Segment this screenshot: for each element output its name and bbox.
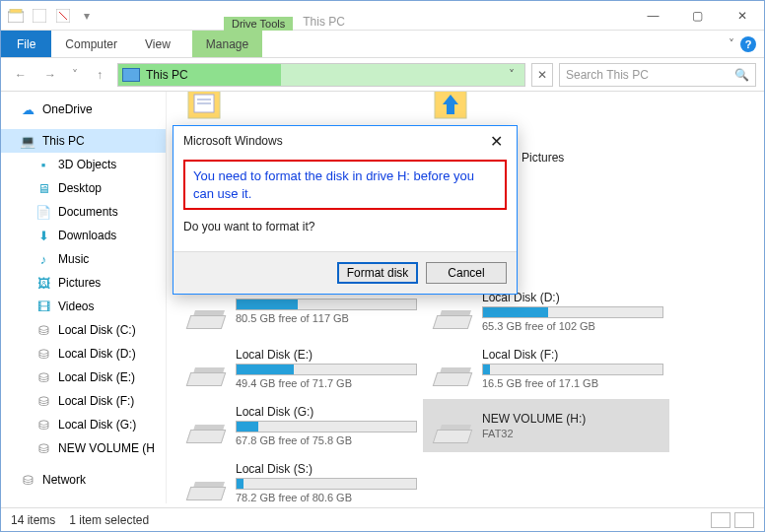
qat-dropdown-icon[interactable]: ▾ xyxy=(76,5,98,27)
sidebar-item-icon: ⛁ xyxy=(35,369,52,385)
sidebar-item-icon: ⛁ xyxy=(35,346,52,362)
sidebar-item-icon: 🖼 xyxy=(35,275,52,291)
drive-filesystem: FAT32 xyxy=(482,428,663,439)
svg-rect-0 xyxy=(8,12,24,23)
sidebar-item[interactable]: ☁OneDrive xyxy=(1,98,166,121)
folder-downloads[interactable]: Downloads xyxy=(423,92,669,125)
sidebar-item-icon: 🎞 xyxy=(35,299,52,314)
sidebar-item-icon: ⬇ xyxy=(35,228,52,243)
search-input[interactable] xyxy=(566,68,734,82)
sidebar-item-icon: ⛁ xyxy=(35,440,52,456)
sidebar-item-icon: 💻 xyxy=(19,133,36,149)
drive-item[interactable]: Local Disk (G:)67.8 GB free of 75.8 GB xyxy=(176,399,423,452)
sidebar-item-label: Local Disk (C:) xyxy=(58,323,136,337)
app-icon xyxy=(5,5,27,27)
contextual-tab-group: Drive Tools This PC xyxy=(220,1,355,31)
sidebar-item-label: This PC xyxy=(42,134,85,148)
format-disk-button[interactable]: Format disk xyxy=(337,262,418,284)
svg-rect-1 xyxy=(10,9,22,13)
details-view-button[interactable] xyxy=(711,512,730,528)
drive-name: Local Disk (F:) xyxy=(482,348,663,362)
sidebar-item[interactable]: ⛁Local Disk (G:) xyxy=(1,413,166,436)
drive-item[interactable]: Local Disk (F:)16.5 GB free of 17.1 GB xyxy=(423,342,669,395)
drive-item[interactable]: NEW VOLUME (H:)FAT32 xyxy=(423,399,669,452)
folder-documents[interactable]: Documents xyxy=(176,92,423,125)
sidebar-item[interactable]: ⛁Local Disk (F:) xyxy=(1,389,166,413)
sidebar-item-label: Pictures xyxy=(58,276,101,290)
drive-free-space: 49.4 GB free of 71.7 GB xyxy=(236,377,417,389)
file-tab[interactable]: File xyxy=(1,31,51,57)
navigation-pane: ☁OneDrive💻This PC▪3D Objects🖥Desktop📄Doc… xyxy=(1,92,167,503)
back-button[interactable]: ← xyxy=(9,63,33,87)
dialog-close-button[interactable]: ✕ xyxy=(486,132,507,151)
address-dropdown-icon[interactable]: ˅ xyxy=(503,68,521,82)
sidebar-item[interactable]: 📄Documents xyxy=(1,200,166,224)
help-icon[interactable]: ? xyxy=(740,36,756,52)
drive-free-space: 16.5 GB free of 17.1 GB xyxy=(482,377,663,389)
drive-usage-bar xyxy=(482,364,663,375)
format-dialog: Microsoft Windows ✕ You need to format t… xyxy=(173,125,518,295)
forward-button[interactable]: → xyxy=(38,63,62,87)
cancel-button[interactable]: Cancel xyxy=(426,262,507,284)
maximize-button[interactable]: ▢ xyxy=(675,1,720,31)
title-bar: ▾ Drive Tools This PC — ▢ ✕ xyxy=(1,1,764,31)
drive-usage-bar xyxy=(236,364,417,375)
sidebar-item-label: Desktop xyxy=(58,181,102,195)
drive-usage-bar xyxy=(236,421,417,432)
sidebar-item[interactable]: 🖼Pictures xyxy=(1,271,166,295)
drive-tools-label: Drive Tools xyxy=(224,17,293,31)
sidebar-item[interactable]: ⛁Local Disk (D:) xyxy=(1,342,166,366)
sidebar-item-icon: ▪ xyxy=(35,157,52,172)
qat-item[interactable] xyxy=(29,5,50,27)
recent-dropdown-icon[interactable]: ˅ xyxy=(68,63,82,87)
sidebar-item[interactable]: 💻This PC xyxy=(1,129,166,153)
drive-icon xyxy=(182,351,226,386)
minimize-button[interactable]: — xyxy=(631,1,675,31)
sidebar-item-label: 3D Objects xyxy=(58,158,116,171)
location-icon xyxy=(122,68,140,82)
refresh-button[interactable]: ✕ xyxy=(531,63,553,87)
view-tab[interactable]: View xyxy=(131,31,184,57)
manage-tab[interactable]: Manage xyxy=(192,31,262,57)
up-button[interactable]: ↑ xyxy=(88,63,111,87)
sidebar-item-label: OneDrive xyxy=(42,102,93,116)
selection-count: 1 item selected xyxy=(69,513,149,527)
sidebar-item[interactable]: ⛁Local Disk (C:) xyxy=(1,318,166,342)
address-text: This PC xyxy=(146,68,503,82)
sidebar-item[interactable]: ⛁Local Disk (E:) xyxy=(1,366,166,389)
sidebar-item[interactable]: ♪Music xyxy=(1,247,166,271)
sidebar-item[interactable]: ⛁NEW VOLUME (H xyxy=(1,436,166,460)
sidebar-item[interactable]: 🖥Desktop xyxy=(1,176,166,200)
folder-label-pictures: Pictures xyxy=(522,151,564,165)
window-title: This PC xyxy=(293,13,355,31)
dialog-titlebar: Microsoft Windows ✕ xyxy=(174,126,517,156)
sidebar-item-label: Local Disk (F:) xyxy=(58,394,134,408)
sidebar-item[interactable]: ⛁Network xyxy=(1,468,166,492)
sidebar-item[interactable]: ⬇Downloads xyxy=(1,224,166,247)
sidebar-item[interactable]: ▪3D Objects xyxy=(1,153,166,176)
search-box[interactable]: 🔍 xyxy=(559,63,756,87)
sidebar-item[interactable]: 🎞Videos xyxy=(1,295,166,318)
sidebar-item-label: Videos xyxy=(58,299,94,313)
ribbon-expand-icon[interactable]: ˅ xyxy=(729,37,734,51)
sidebar-item-label: Local Disk (D:) xyxy=(58,347,136,361)
sidebar-item-label: Local Disk (E:) xyxy=(58,370,135,384)
sidebar-item-icon: ⛁ xyxy=(19,472,36,488)
svg-rect-2 xyxy=(33,9,46,23)
item-count: 14 items xyxy=(11,513,55,527)
icons-view-button[interactable] xyxy=(734,512,754,528)
drive-icon xyxy=(182,465,226,500)
computer-tab[interactable]: Computer xyxy=(51,31,131,57)
sidebar-item-icon: ☁ xyxy=(19,101,36,117)
drive-icon xyxy=(429,408,472,443)
qat-item[interactable] xyxy=(52,5,74,27)
folder-icon xyxy=(429,92,472,123)
sidebar-item-icon: 📄 xyxy=(35,204,52,220)
drive-usage-bar xyxy=(236,478,417,490)
window-controls: — ▢ ✕ xyxy=(631,1,764,31)
drive-item[interactable]: Local Disk (S:)78.2 GB free of 80.6 GB xyxy=(176,456,423,503)
address-bar[interactable]: This PC ˅ xyxy=(117,63,525,87)
folder-icon xyxy=(182,92,226,123)
drive-item[interactable]: Local Disk (E:)49.4 GB free of 71.7 GB xyxy=(176,342,423,395)
close-button[interactable]: ✕ xyxy=(720,1,764,31)
